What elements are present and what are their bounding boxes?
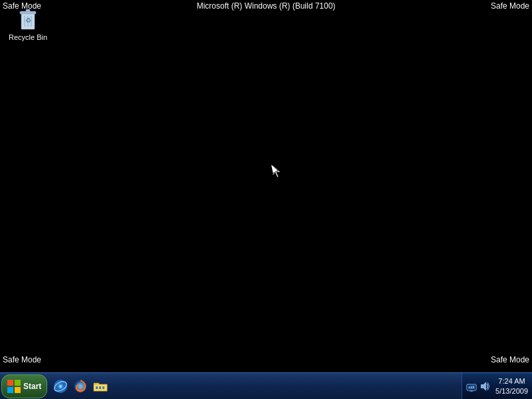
svg-rect-5: [26, 9, 30, 12]
network-tray-icon[interactable]: [466, 381, 477, 392]
svg-rect-19: [96, 386, 98, 389]
windows-build-title: Microsoft (R) Windows (R) (Build 7100): [197, 1, 336, 11]
start-label: Start: [23, 382, 41, 391]
svg-rect-27: [471, 386, 472, 388]
taskbar: Start: [0, 372, 532, 399]
svg-rect-9: [15, 380, 21, 386]
svg-rect-26: [469, 387, 470, 388]
start-button[interactable]: Start: [1, 374, 47, 398]
svg-rect-21: [102, 386, 104, 389]
safe-mode-bottom-left: Safe Mode: [3, 355, 41, 364]
svg-rect-10: [7, 387, 13, 393]
svg-rect-20: [99, 386, 101, 389]
quick-launch-bar: [51, 377, 110, 396]
clock-date: 5/13/2009: [495, 386, 528, 396]
firefox-quicklaunch-button[interactable]: [71, 377, 90, 396]
svg-marker-7: [273, 165, 281, 178]
windows-logo-icon: [7, 380, 21, 393]
volume-tray-icon[interactable]: [479, 381, 490, 392]
safe-mode-bottom-right: Safe Mode: [491, 355, 529, 364]
svg-rect-11: [15, 387, 21, 393]
svg-point-18: [78, 384, 82, 388]
svg-rect-8: [7, 380, 13, 386]
recycle-bin-image: ♻: [17, 5, 39, 32]
svg-rect-28: [473, 386, 474, 388]
system-clock[interactable]: 7:24 AM 5/13/2009: [495, 376, 528, 396]
explorer-quicklaunch-button[interactable]: [91, 377, 110, 396]
svg-text:♻: ♻: [25, 17, 31, 24]
svg-point-15: [59, 385, 62, 388]
safe-mode-top-right: Safe Mode: [491, 1, 529, 11]
system-tray: 7:24 AM 5/13/2009: [462, 373, 532, 400]
recycle-bin-label: Recycle Bin: [9, 33, 47, 42]
recycle-bin-icon[interactable]: ♻ Recycle Bin: [8, 5, 48, 42]
clock-time: 7:24 AM: [495, 376, 528, 386]
ie-quicklaunch-button[interactable]: [51, 377, 70, 396]
svg-marker-29: [481, 382, 486, 391]
